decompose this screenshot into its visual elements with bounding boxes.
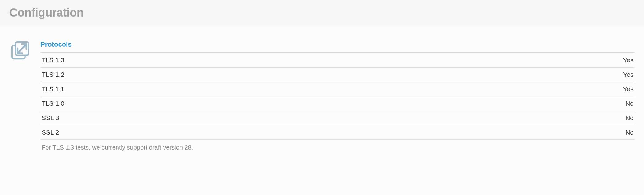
table-row: TLS 1.0No bbox=[40, 96, 635, 111]
protocol-name: SSL 2 bbox=[40, 125, 432, 140]
section-icon-column bbox=[9, 39, 31, 152]
table-row: TLS 1.2Yes bbox=[40, 68, 635, 82]
table-row: SSL 2No bbox=[40, 125, 635, 140]
protocols-section-title: Protocols bbox=[40, 39, 635, 53]
table-row: SSL 3No bbox=[40, 111, 635, 125]
protocols-table: TLS 1.3YesTLS 1.2YesTLS 1.1YesTLS 1.0NoS… bbox=[40, 53, 635, 140]
table-row: TLS 1.1Yes bbox=[40, 82, 635, 96]
protocol-name: TLS 1.1 bbox=[40, 82, 432, 96]
protocols-section: Protocols TLS 1.3YesTLS 1.2YesTLS 1.1Yes… bbox=[40, 39, 635, 152]
protocol-value: No bbox=[432, 111, 635, 125]
protocol-name: TLS 1.2 bbox=[40, 68, 432, 82]
protocol-name: TLS 1.0 bbox=[40, 96, 432, 111]
protocol-value: No bbox=[432, 96, 635, 111]
page-title: Configuration bbox=[9, 6, 635, 19]
protocol-value: No bbox=[432, 125, 635, 140]
expand-icon[interactable] bbox=[9, 39, 31, 61]
page-header: Configuration bbox=[0, 0, 644, 26]
protocol-value: Yes bbox=[432, 82, 635, 96]
protocol-name: TLS 1.3 bbox=[40, 53, 432, 68]
protocols-footnote: For TLS 1.3 tests, we currently support … bbox=[40, 140, 635, 152]
table-row: TLS 1.3Yes bbox=[40, 53, 635, 68]
protocol-value: Yes bbox=[432, 68, 635, 82]
content-area: Protocols TLS 1.3YesTLS 1.2YesTLS 1.1Yes… bbox=[0, 26, 644, 158]
protocol-value: Yes bbox=[432, 53, 635, 68]
protocol-name: SSL 3 bbox=[40, 111, 432, 125]
